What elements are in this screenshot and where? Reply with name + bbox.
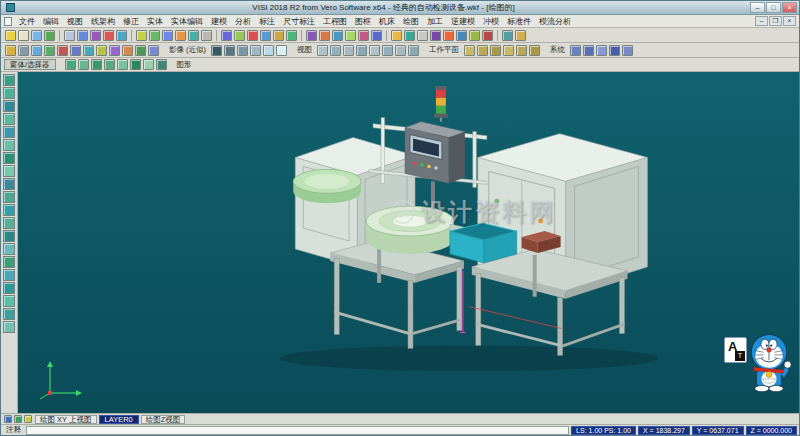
menu-item[interactable]: 建模 — [207, 16, 231, 27]
toolbar-icon[interactable] — [149, 30, 160, 41]
toolbar-icon[interactable] — [430, 30, 441, 41]
toolbar-icon[interactable] — [3, 308, 15, 320]
toolbar-icon[interactable] — [3, 165, 15, 177]
menu-item[interactable]: 图框 — [351, 16, 375, 27]
menu-item[interactable]: 标注 — [255, 16, 279, 27]
view-plane-field[interactable]: 绘图 XY 上视图 — [35, 415, 97, 424]
toolbar-icon[interactable] — [3, 282, 15, 294]
toolbar-icon[interactable] — [221, 30, 232, 41]
toolbar-icon[interactable] — [91, 59, 102, 70]
toolbar-icon[interactable] — [77, 30, 88, 41]
menu-item[interactable]: 分析 — [231, 16, 255, 27]
toolbar-icon[interactable] — [345, 30, 356, 41]
toolbar-icon[interactable] — [408, 45, 419, 56]
toolbar-icon[interactable] — [260, 30, 271, 41]
toolbar-icon[interactable] — [130, 59, 141, 70]
maximize-button[interactable]: □ — [766, 2, 781, 13]
toolbar-icon[interactable] — [464, 45, 475, 56]
toolbar-icon[interactable] — [109, 45, 120, 56]
toolbar-icon[interactable] — [3, 217, 15, 229]
toolbar-icon[interactable] — [3, 256, 15, 268]
toolbar-icon[interactable] — [482, 30, 493, 41]
toolbar-icon[interactable] — [3, 191, 15, 203]
toolbar-icon[interactable] — [234, 30, 245, 41]
toolbar-icon[interactable] — [135, 45, 146, 56]
toolbar-icon[interactable] — [211, 45, 222, 56]
close-button[interactable]: × — [782, 2, 797, 13]
toolbar-icon[interactable] — [156, 59, 167, 70]
view-name-field[interactable]: 绘图Z视图 — [141, 415, 186, 424]
toolbar-icon[interactable] — [3, 178, 15, 190]
toolbar-icon[interactable] — [306, 30, 317, 41]
menu-item[interactable]: 实体 — [143, 16, 167, 27]
selector-tab[interactable]: 窗体/选择器 — [4, 59, 56, 70]
toolbar-icon[interactable] — [273, 30, 284, 41]
toolbar-icon[interactable] — [247, 30, 258, 41]
toolbar-icon[interactable] — [117, 59, 128, 70]
toolbar-icon[interactable] — [3, 152, 15, 164]
toolbar-icon[interactable] — [503, 45, 514, 56]
toolbar-icon[interactable] — [417, 30, 428, 41]
menu-item[interactable]: 实体编辑 — [167, 16, 207, 27]
menu-item[interactable]: 工程图 — [319, 16, 351, 27]
toolbar-icon[interactable] — [5, 45, 16, 56]
toolbar-icon[interactable] — [529, 45, 540, 56]
toolbar-icon[interactable] — [70, 45, 81, 56]
toolbar-icon[interactable] — [250, 45, 261, 56]
toolbar-icon[interactable] — [188, 30, 199, 41]
toolbar-icon[interactable] — [103, 30, 114, 41]
menu-item[interactable]: 机床 — [375, 16, 399, 27]
menu-item[interactable]: 标准件 — [503, 16, 535, 27]
viewport-3d[interactable]: 设 设计资料网 A T — [18, 72, 799, 413]
toolbar-icon[interactable] — [18, 45, 29, 56]
menu-item[interactable]: 修正 — [119, 16, 143, 27]
toolbar-icon[interactable] — [263, 45, 274, 56]
menu-item[interactable]: 文件 — [15, 16, 39, 27]
toolbar-icon[interactable] — [201, 30, 212, 41]
toolbar-icon[interactable] — [343, 45, 354, 56]
doc-minimize-button[interactable]: – — [755, 16, 768, 26]
menu-item[interactable]: 冲模 — [479, 16, 503, 27]
toolbar-icon[interactable] — [57, 45, 68, 56]
toolbar-icon[interactable] — [469, 30, 480, 41]
toolbar-icon[interactable] — [83, 45, 94, 56]
toolbar-icon[interactable] — [3, 204, 15, 216]
toolbar-icon[interactable] — [3, 126, 15, 138]
toolbar-icon[interactable] — [515, 30, 526, 41]
toolbar-icon[interactable] — [3, 113, 15, 125]
toolbar-icon[interactable] — [5, 30, 16, 41]
toolbar-icon[interactable] — [356, 45, 367, 56]
toolbar-icon[interactable] — [31, 45, 42, 56]
toolbar-icon[interactable] — [24, 415, 32, 423]
toolbar-icon[interactable] — [502, 30, 513, 41]
menu-item[interactable]: 视图 — [63, 16, 87, 27]
toolbar-icon[interactable] — [3, 269, 15, 281]
doc-close-button[interactable]: × — [783, 16, 796, 26]
toolbar-icon[interactable] — [44, 45, 55, 56]
menu-item[interactable]: 绘图 — [399, 16, 423, 27]
toolbar-icon[interactable] — [136, 30, 147, 41]
menu-item[interactable]: 线架构 — [87, 16, 119, 27]
toolbar-icon[interactable] — [622, 45, 633, 56]
toolbar-icon[interactable] — [516, 45, 527, 56]
toolbar-icon[interactable] — [332, 30, 343, 41]
toolbar-icon[interactable] — [3, 243, 15, 255]
toolbar-icon[interactable] — [477, 45, 488, 56]
toolbar-icon[interactable] — [319, 30, 330, 41]
doc-restore-button[interactable]: ❐ — [769, 16, 782, 26]
menu-item[interactable]: 尺寸标注 — [279, 16, 319, 27]
minimize-button[interactable]: – — [750, 2, 765, 13]
toolbar-icon[interactable] — [64, 30, 75, 41]
toolbar-icon[interactable] — [382, 45, 393, 56]
toolbar-icon[interactable] — [162, 30, 173, 41]
toolbar-icon[interactable] — [143, 59, 154, 70]
toolbar-icon[interactable] — [3, 74, 15, 86]
toolbar-icon[interactable] — [404, 30, 415, 41]
toolbar-icon[interactable] — [4, 415, 12, 423]
toolbar-icon[interactable] — [237, 45, 248, 56]
menu-item[interactable]: 编辑 — [39, 16, 63, 27]
toolbar-icon[interactable] — [490, 45, 501, 56]
toolbar-icon[interactable] — [583, 45, 594, 56]
toolbar-icon[interactable] — [3, 230, 15, 242]
toolbar-icon[interactable] — [78, 59, 89, 70]
